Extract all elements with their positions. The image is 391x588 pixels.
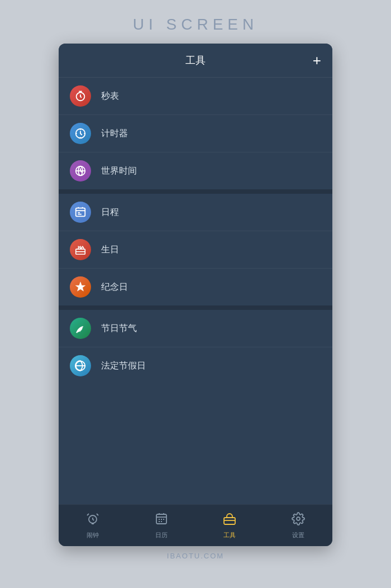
item-label-holiday: 法定节假日 bbox=[101, 360, 146, 372]
list-section-3: 节日节气 法定节假日 bbox=[59, 310, 332, 384]
list-item[interactable]: 纪念日 bbox=[59, 269, 332, 305]
nav-item-calendar[interactable]: 日历 bbox=[127, 512, 196, 539]
bottom-nav: 闹钟 日历 bbox=[59, 504, 332, 546]
item-label-timer: 计时器 bbox=[101, 128, 128, 140]
svg-rect-26 bbox=[224, 518, 235, 524]
item-label-anniversary: 纪念日 bbox=[101, 281, 128, 293]
section-divider-2 bbox=[59, 305, 332, 310]
item-label-schedule: 日程 bbox=[101, 207, 119, 218]
nav-label-calendar: 日历 bbox=[155, 531, 168, 539]
toolbox-icon bbox=[223, 512, 236, 529]
list-item[interactable]: 法定节假日 bbox=[59, 347, 332, 384]
app-header: 工具 + bbox=[59, 44, 332, 78]
svg-rect-5 bbox=[76, 208, 85, 217]
list-section-2: 日程 生日 bbox=[59, 194, 332, 305]
gear-icon bbox=[292, 512, 305, 529]
svg-point-28 bbox=[297, 517, 300, 520]
watermark: IBAOTU.COM bbox=[167, 552, 224, 560]
timer-icon bbox=[70, 123, 91, 144]
list-item[interactable]: 秒表 bbox=[59, 78, 332, 115]
nav-item-alarm[interactable]: 闹钟 bbox=[59, 512, 127, 539]
add-button[interactable]: + bbox=[313, 53, 321, 68]
alarm-icon bbox=[86, 512, 99, 529]
page-title: UI SCREEN bbox=[133, 16, 258, 34]
anniversary-icon bbox=[70, 276, 91, 298]
nav-label-tools: 工具 bbox=[223, 531, 236, 539]
nav-label-alarm: 闹钟 bbox=[87, 531, 99, 539]
birthday-icon bbox=[70, 239, 91, 260]
list-item[interactable]: 世界时间 bbox=[59, 152, 332, 189]
phone-container: 工具 + 秒表 bbox=[59, 44, 332, 546]
list-item[interactable]: 日程 bbox=[59, 194, 332, 231]
item-label-stopwatch: 秒表 bbox=[101, 90, 119, 102]
item-label-world-time: 世界时间 bbox=[101, 165, 137, 177]
list-item[interactable]: 生日 bbox=[59, 231, 332, 269]
list-item[interactable]: 节日节气 bbox=[59, 310, 332, 347]
list-section-1: 秒表 计时器 bbox=[59, 78, 332, 189]
item-label-festival: 节日节气 bbox=[101, 323, 137, 334]
stopwatch-icon bbox=[70, 85, 91, 107]
list-area: 秒表 计时器 bbox=[59, 78, 332, 504]
schedule-icon bbox=[70, 202, 91, 223]
nav-item-tools[interactable]: 工具 bbox=[196, 512, 264, 539]
list-item[interactable]: 计时器 bbox=[59, 115, 332, 152]
nav-label-settings: 设置 bbox=[292, 531, 304, 539]
festival-icon bbox=[70, 318, 91, 339]
holiday-icon bbox=[70, 355, 91, 376]
calendar-nav-icon bbox=[155, 512, 168, 529]
item-label-birthday: 生日 bbox=[101, 244, 119, 256]
nav-item-settings[interactable]: 设置 bbox=[264, 512, 333, 539]
header-title: 工具 bbox=[185, 54, 206, 67]
world-time-icon bbox=[70, 160, 91, 181]
section-divider-1 bbox=[59, 189, 332, 194]
